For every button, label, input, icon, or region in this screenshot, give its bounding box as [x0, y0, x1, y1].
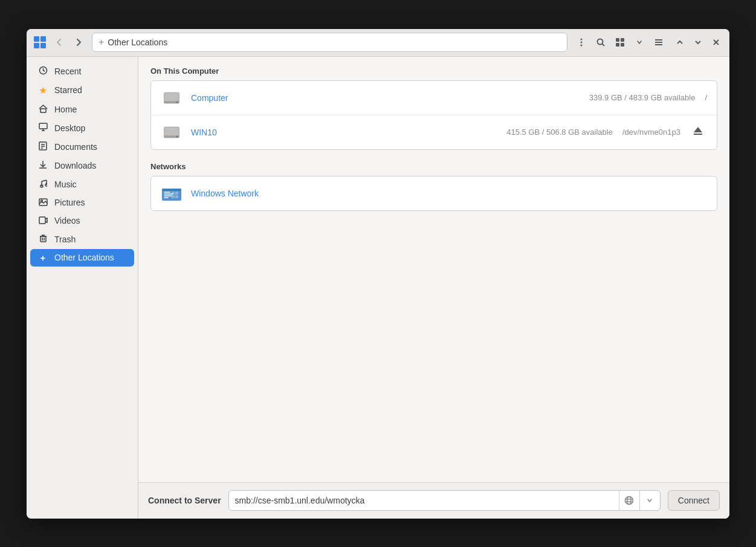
- home-icon: [37, 104, 48, 115]
- sort-up-button[interactable]: [671, 34, 688, 51]
- svg-point-60: [627, 497, 631, 505]
- computer-section-title: On This Computer: [150, 66, 717, 76]
- back-button[interactable]: [51, 34, 68, 51]
- sidebar-item-label: Videos: [54, 216, 80, 225]
- file-manager-window: + Other Locations: [27, 29, 729, 519]
- svg-rect-20: [39, 123, 47, 129]
- svg-point-43: [176, 101, 178, 103]
- svg-line-30: [42, 180, 47, 181]
- svg-rect-10: [621, 38, 624, 42]
- sidebar-item-documents[interactable]: Documents: [30, 138, 134, 156]
- svg-rect-57: [172, 195, 175, 198]
- drive-name: Computer: [191, 93, 581, 103]
- svg-line-8: [603, 44, 605, 47]
- address-text: Other Locations: [108, 37, 167, 47]
- sidebar-item-music[interactable]: Music: [30, 175, 134, 193]
- connect-button[interactable]: Connect: [668, 490, 720, 511]
- svg-point-4: [581, 39, 583, 40]
- sidebar-item-label: Recent: [54, 66, 81, 76]
- search-button[interactable]: [592, 33, 610, 51]
- view-dropdown-button[interactable]: [630, 33, 648, 51]
- forward-button[interactable]: [70, 34, 87, 51]
- titlebar: + Other Locations: [27, 29, 729, 57]
- music-icon: [37, 179, 48, 190]
- svg-rect-0: [34, 36, 39, 42]
- sidebar-item-desktop[interactable]: Desktop: [30, 119, 134, 137]
- connect-to-server-label: Connect to Server: [148, 496, 221, 505]
- sidebar-item-pictures[interactable]: Pictures: [30, 194, 134, 212]
- table-row[interactable]: WIN10 415.5 GB / 506.8 GB available /dev…: [151, 115, 717, 149]
- videos-icon: [37, 216, 48, 226]
- drive-name: WIN10: [191, 128, 498, 137]
- desktop-icon: [37, 123, 48, 134]
- sidebar-item-starred[interactable]: ★ Starred: [30, 81, 134, 100]
- sidebar-item-label: Other Locations: [54, 253, 114, 262]
- svg-rect-50: [162, 189, 181, 191]
- drive-icon: [161, 121, 183, 143]
- svg-rect-48: [694, 134, 702, 135]
- titlebar-right: [572, 33, 725, 51]
- server-input[interactable]: [229, 496, 619, 505]
- sidebar-item-label: Desktop: [54, 123, 85, 133]
- server-input-wrap: [228, 490, 661, 511]
- table-row[interactable]: Windows Network: [151, 176, 717, 210]
- svg-rect-56: [175, 192, 178, 195]
- address-plus-icon: +: [99, 37, 104, 48]
- svg-rect-37: [40, 236, 46, 242]
- eject-button[interactable]: [689, 124, 707, 140]
- app-icon: [31, 34, 48, 51]
- svg-rect-55: [172, 192, 175, 195]
- globe-icon-button[interactable]: [619, 490, 639, 511]
- trash-icon: [37, 234, 48, 245]
- drive-meta: 339.9 GB / 483.9 GB available /: [589, 93, 707, 102]
- view-list-button[interactable]: [650, 33, 668, 51]
- svg-rect-2: [34, 43, 39, 48]
- file-area: On This Computer Computer: [138, 57, 729, 482]
- view-grid-button[interactable]: [611, 33, 629, 51]
- svg-rect-19: [40, 109, 46, 112]
- bottom-bar: Connect to Server: [138, 482, 729, 519]
- sidebar-item-label: Music: [54, 180, 77, 189]
- drive-storage: 339.9 GB / 483.9 GB available: [589, 93, 696, 102]
- downloads-icon: [37, 160, 48, 171]
- sidebar-item-recent[interactable]: Recent: [30, 62, 134, 80]
- svg-rect-11: [616, 43, 619, 47]
- sidebar-item-label: Starred: [54, 85, 82, 95]
- dropdown-icon-button[interactable]: [639, 490, 660, 511]
- sidebar-item-label: Downloads: [54, 161, 96, 170]
- svg-rect-36: [39, 217, 45, 224]
- address-bar[interactable]: + Other Locations: [92, 33, 567, 52]
- content-area: Recent ★ Starred Home: [27, 57, 729, 519]
- svg-point-46: [176, 135, 178, 137]
- documents-icon: [37, 141, 48, 152]
- drive-storage: 415.5 GB / 506.8 GB available: [506, 128, 613, 137]
- table-row[interactable]: Computer 339.9 GB / 483.9 GB available /: [151, 81, 717, 115]
- sidebar-item-home[interactable]: Home: [30, 100, 134, 118]
- drive-path: /: [705, 93, 707, 102]
- svg-point-6: [581, 45, 583, 47]
- close-button[interactable]: [708, 34, 725, 51]
- sidebar: Recent ★ Starred Home: [27, 57, 138, 519]
- svg-point-5: [581, 42, 583, 44]
- sidebar-item-other-locations[interactable]: + Other Locations: [30, 249, 134, 267]
- drive-meta: 415.5 GB / 506.8 GB available /dev/nvme0…: [506, 128, 680, 137]
- menu-dots-button[interactable]: [572, 33, 590, 51]
- other-locations-icon: +: [37, 253, 48, 263]
- pictures-icon: [37, 198, 48, 208]
- recent-icon: [37, 66, 48, 77]
- sort-down-button[interactable]: [690, 34, 706, 51]
- networks-list: Windows Network: [150, 176, 717, 211]
- drives-list: Computer 339.9 GB / 483.9 GB available /: [150, 80, 717, 150]
- drive-icon: [161, 87, 183, 109]
- sidebar-item-downloads[interactable]: Downloads: [30, 157, 134, 175]
- svg-rect-58: [175, 195, 178, 198]
- sidebar-item-label: Trash: [54, 235, 76, 244]
- sidebar-item-label: Documents: [54, 142, 97, 152]
- sidebar-item-label: Pictures: [54, 198, 85, 207]
- sidebar-item-trash[interactable]: Trash: [30, 230, 134, 248]
- drive-path: /dev/nvme0n1p3: [622, 128, 680, 137]
- sidebar-item-videos[interactable]: Videos: [30, 212, 134, 230]
- svg-point-7: [598, 39, 603, 45]
- window-controls: [671, 34, 725, 51]
- svg-rect-3: [40, 43, 46, 48]
